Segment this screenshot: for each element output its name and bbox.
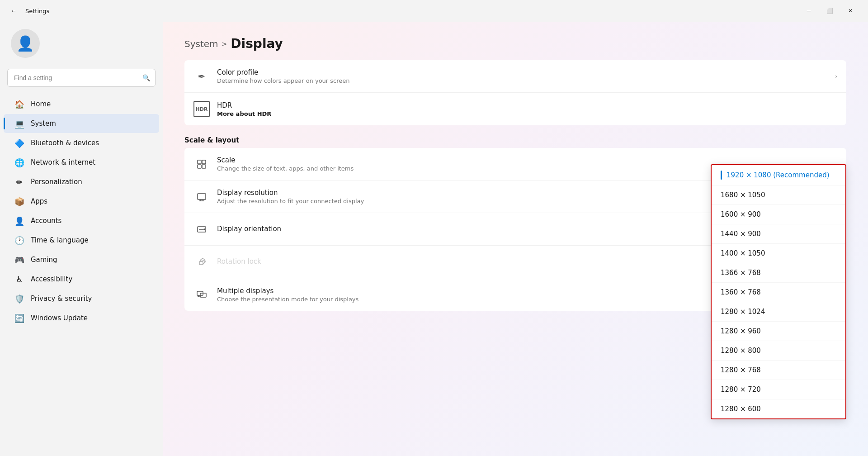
multiple-displays-icon (193, 286, 210, 303)
svg-rect-10 (199, 261, 203, 265)
nav-label-apps: Apps (31, 197, 47, 205)
avatar-section: 👤 (0, 22, 163, 65)
nav-label-network: Network & internet (31, 158, 95, 166)
svg-rect-3 (202, 165, 206, 168)
resolution-option-4[interactable]: 1400 × 1050 (712, 244, 845, 263)
color-profile-subtitle: Determine how colors appear on your scre… (217, 77, 350, 84)
privacy-icon: 🛡️ (14, 294, 24, 304)
resolution-option-0[interactable]: 1920 × 1080 (Recommended) (712, 165, 845, 185)
windows-update-icon: 🔄 (14, 313, 24, 323)
accessibility-icon: ♿ (14, 274, 24, 284)
resolution-option-12[interactable]: 1280 × 600 (712, 399, 845, 418)
sidebar-item-home[interactable]: 🏠 Home (4, 95, 159, 114)
sidebar-item-accessibility[interactable]: ♿ Accessibility (4, 270, 159, 289)
resolution-option-7[interactable]: 1280 × 1024 (712, 302, 845, 322)
nav-label-time: Time & language (31, 236, 89, 244)
sidebar-item-personalization[interactable]: ✏️ Personalization (4, 172, 159, 191)
resolution-option-6[interactable]: 1360 × 768 (712, 283, 845, 302)
color-profile-icon: ✒️ (193, 68, 210, 85)
content-area: System > Display ✒️ Color profile Determ… (163, 22, 868, 456)
svg-rect-2 (198, 165, 201, 168)
nav-label-accounts: Accounts (31, 217, 61, 225)
search-box: 🔍 (7, 69, 156, 87)
top-settings-card: ✒️ Color profile Determine how colors ap… (184, 60, 846, 125)
titlebar: ← Settings ─ ⬜ ✕ (0, 0, 868, 22)
system-icon: 💻 (14, 119, 24, 128)
resolution-option-3[interactable]: 1440 × 900 (712, 224, 845, 244)
breadcrumb: System > Display (184, 36, 846, 51)
sidebar-item-gaming[interactable]: 🎮 Gaming (4, 250, 159, 269)
nav-label-accessibility: Accessibility (31, 275, 72, 283)
nav-label-windows-update: Windows Update (31, 314, 88, 322)
sidebar-item-privacy[interactable]: 🛡️ Privacy & security (4, 289, 159, 308)
time-icon: 🕐 (14, 235, 24, 245)
color-profile-row[interactable]: ✒️ Color profile Determine how colors ap… (184, 60, 846, 93)
svg-rect-0 (198, 160, 201, 164)
hdr-icon: HDR (193, 101, 210, 117)
close-button[interactable]: ✕ (840, 4, 861, 18)
display-resolution-subtitle: Adjust the resolution to fit your connec… (217, 198, 364, 204)
sidebar: 👤 🔍 🏠 Home💻 System🔷 Bluetooth & devices🌐… (0, 22, 163, 456)
sidebar-item-system[interactable]: 💻 System (4, 114, 159, 133)
sidebar-item-accounts[interactable]: 👤 Accounts (4, 211, 159, 230)
sidebar-item-windows-update[interactable]: 🔄 Windows Update (4, 309, 159, 328)
nav-label-system: System (31, 119, 56, 128)
multiple-displays-title: Multiple displays (217, 287, 359, 295)
network-icon: 🌐 (14, 157, 24, 167)
resolution-option-2[interactable]: 1600 × 900 (712, 205, 845, 224)
apps-icon: 📦 (14, 196, 24, 206)
display-resolution-icon (193, 189, 210, 205)
resolution-option-10[interactable]: 1280 × 768 (712, 361, 845, 380)
resolution-dropdown[interactable]: 1920 × 1080 (Recommended)1680 × 10501600… (711, 164, 846, 419)
gaming-icon: 🎮 (14, 255, 24, 265)
user-icon: 👤 (16, 35, 34, 52)
hdr-row[interactable]: HDR HDR More about HDR (184, 93, 846, 125)
resolution-option-1[interactable]: 1680 × 1050 (712, 185, 845, 205)
display-orientation-title: Display orientation (217, 225, 281, 233)
multiple-displays-subtitle: Choose the presentation mode for your di… (217, 296, 359, 303)
breadcrumb-separator: > (222, 40, 227, 48)
display-resolution-title: Display resolution (217, 189, 364, 197)
scale-layout-label: Scale & layout (184, 136, 846, 144)
accounts-icon: 👤 (14, 216, 24, 226)
display-orientation-icon (193, 221, 210, 238)
resolution-option-5[interactable]: 1366 × 768 (712, 263, 845, 283)
sidebar-item-network[interactable]: 🌐 Network & internet (4, 153, 159, 172)
bluetooth-icon: 🔷 (14, 138, 24, 148)
scale-subtitle: Change the size of text, apps, and other… (217, 165, 354, 172)
sidebar-item-bluetooth[interactable]: 🔷 Bluetooth & devices (4, 133, 159, 152)
nav-label-bluetooth: Bluetooth & devices (31, 139, 99, 147)
back-button[interactable]: ← (7, 5, 20, 17)
scale-icon (193, 156, 210, 172)
sidebar-item-apps[interactable]: 📦 Apps (4, 192, 159, 211)
scale-title: Scale (217, 156, 354, 164)
nav-label-gaming: Gaming (31, 256, 57, 264)
app-body: 👤 🔍 🏠 Home💻 System🔷 Bluetooth & devices🌐… (0, 22, 868, 456)
resolution-option-8[interactable]: 1280 × 960 (712, 322, 845, 341)
color-profile-arrow: › (835, 73, 837, 80)
sidebar-item-time[interactable]: 🕐 Time & language (4, 231, 159, 250)
svg-rect-1 (202, 160, 206, 164)
nav-label-privacy: Privacy & security (31, 294, 92, 303)
home-icon: 🏠 (14, 99, 24, 109)
breadcrumb-current: Display (231, 36, 283, 51)
rotation-lock-title: Rotation lock (217, 257, 261, 266)
resolution-option-9[interactable]: 1280 × 800 (712, 341, 845, 361)
maximize-button[interactable]: ⬜ (819, 4, 840, 18)
rotation-lock-icon (193, 254, 210, 270)
nav-list: 🏠 Home💻 System🔷 Bluetooth & devices🌐 Net… (0, 94, 163, 328)
nav-label-personalization: Personalization (31, 178, 82, 186)
hdr-title: HDR (217, 101, 271, 109)
search-icon: 🔍 (142, 74, 150, 81)
selected-indicator (721, 171, 722, 180)
hdr-subtitle: More about HDR (217, 110, 271, 117)
minimize-button[interactable]: ─ (798, 4, 819, 18)
app-title: Settings (25, 8, 49, 14)
resolution-option-11[interactable]: 1280 × 720 (712, 380, 845, 399)
window-controls: ─ ⬜ ✕ (798, 4, 861, 18)
search-input[interactable] (7, 69, 156, 87)
svg-rect-4 (198, 194, 206, 200)
color-profile-title: Color profile (217, 68, 350, 76)
personalization-icon: ✏️ (14, 177, 24, 187)
breadcrumb-parent: System (184, 38, 218, 49)
